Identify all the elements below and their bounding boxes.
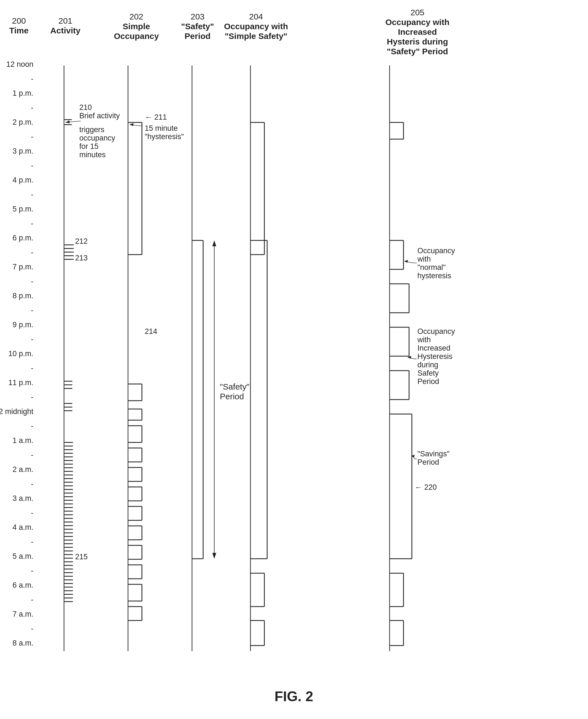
col200-label: 200	[12, 16, 26, 25]
annotation-211-label2: "hysteresis"	[145, 132, 184, 141]
annotation-214: 214	[145, 327, 157, 336]
annotation-increased-hysteresis4: Hysteresis	[417, 352, 453, 361]
time-12noon: 12 noon	[6, 60, 34, 68]
annotation-triggers4: minutes	[79, 150, 106, 159]
time-dash12: -	[31, 393, 34, 401]
time-dash18: -	[31, 567, 34, 575]
time-4pm: 4 p.m.	[13, 176, 34, 184]
col202-label: Simple	[123, 22, 150, 31]
annotation-triggers3: for 15	[79, 142, 99, 150]
annotation-triggers: triggers	[79, 126, 104, 134]
time-dash17: -	[31, 537, 34, 546]
col205-label1: Occupancy with	[385, 18, 449, 27]
annotation-normal-hysteresis4: hysteresis	[417, 272, 451, 280]
time-6am: 6 a.m.	[13, 581, 34, 589]
time-9pm: 9 p.m.	[13, 320, 34, 329]
time-dash6: -	[31, 219, 34, 228]
time-11pm: 11 p.m.	[8, 378, 34, 387]
col201-label: 201	[59, 16, 72, 25]
time-dash14: -	[31, 451, 34, 459]
time-6pm: 6 p.m.	[13, 234, 34, 242]
main-svg: 200 Time 201 Activity 202 Simple Occupan…	[0, 0, 588, 719]
time-dash5: -	[31, 190, 34, 199]
annotation-215: 215	[75, 553, 88, 561]
annotation-normal-hysteresis3: "normal"	[417, 263, 446, 272]
col203-label2: Period	[185, 31, 210, 41]
col200-time: Time	[9, 26, 28, 35]
annotation-increased-hysteresis6: Safety	[417, 369, 439, 377]
time-3am: 3 a.m.	[13, 494, 34, 503]
time-dash3: -	[31, 132, 34, 141]
time-8am: 8 a.m.	[13, 639, 34, 647]
time-1am: 1 a.m.	[13, 436, 34, 445]
time-dash2: -	[31, 104, 34, 112]
time-dash13: -	[31, 422, 34, 430]
annotation-212: 212	[75, 237, 88, 246]
annotation-211: ← 211	[145, 113, 167, 121]
col205-label4: "Safety" Period	[387, 47, 448, 56]
annotation-increased-hysteresis5: during	[417, 361, 438, 369]
safety-period-label: "Safety"	[220, 382, 249, 391]
time-2am: 2 a.m.	[13, 465, 34, 473]
annotation-220: ← 220	[415, 483, 437, 491]
annotation-savings-period: "Savings"	[417, 450, 449, 458]
annotation-213: 213	[75, 254, 88, 262]
annotation-normal-hysteresis: Occupancy	[417, 247, 455, 255]
time-1pm: 1 p.m.	[13, 89, 34, 98]
annotation-triggers2: occupancy	[79, 134, 115, 142]
time-2pm: 2 p.m.	[13, 118, 34, 126]
annotation-savings-period2: Period	[417, 458, 439, 466]
time-7am: 7 a.m.	[13, 610, 34, 618]
col202-label2: Occupancy	[114, 31, 159, 41]
col204-label: Occupancy with	[224, 22, 288, 31]
col205-label3: Hysteris during	[387, 37, 448, 46]
time-dash7: -	[31, 248, 34, 257]
time-5am: 5 a.m.	[13, 552, 34, 561]
time-dash16: -	[31, 509, 34, 517]
time-dash19: -	[31, 595, 34, 604]
col204-label2: "Simple Safety"	[225, 31, 287, 41]
annotation-normal-hysteresis2: with	[417, 255, 431, 263]
time-dash8: -	[31, 277, 34, 286]
annotation-210: 210	[79, 103, 92, 111]
col202-num: 202	[129, 12, 143, 21]
time-dash9: -	[31, 306, 34, 314]
col203-num: 203	[191, 12, 205, 21]
col203-label: "Safety"	[181, 22, 214, 31]
diagram: 200 Time 201 Activity 202 Simple Occupan…	[0, 0, 588, 719]
col204-num: 204	[249, 12, 263, 21]
annotation-increased-hysteresis7: Period	[417, 377, 439, 386]
annotation-211-label: 15 minute	[145, 124, 178, 132]
time-8pm: 8 p.m.	[13, 292, 34, 300]
time-dash10: -	[31, 335, 34, 343]
time-10pm: 10 p.m.	[8, 350, 34, 358]
col205-label2: Increased	[398, 27, 437, 37]
time-dash15: -	[31, 480, 34, 488]
time-3pm: 3 p.m.	[13, 147, 34, 155]
col205-num: 205	[411, 8, 424, 17]
fig-label: FIG. 2	[275, 689, 313, 704]
annotation-increased-hysteresis: Occupancy	[417, 327, 455, 336]
time-midnight: 12 midnight	[0, 407, 34, 416]
time-4am: 4 a.m.	[13, 523, 34, 531]
time-5pm: 5 p.m.	[13, 205, 34, 213]
time-dash11: -	[31, 364, 34, 372]
annotation-210-brief: Brief activity	[79, 111, 120, 120]
time-7pm: 7 p.m.	[13, 263, 34, 271]
col201-activity: Activity	[50, 26, 81, 35]
time-dash20: -	[31, 625, 34, 633]
annotation-increased-hysteresis2: with	[417, 336, 431, 344]
safety-period-label2: Period	[220, 392, 244, 401]
time-dash1: -	[31, 75, 34, 83]
time-dash4: -	[31, 162, 34, 170]
annotation-increased-hysteresis3: Increased	[417, 344, 450, 352]
